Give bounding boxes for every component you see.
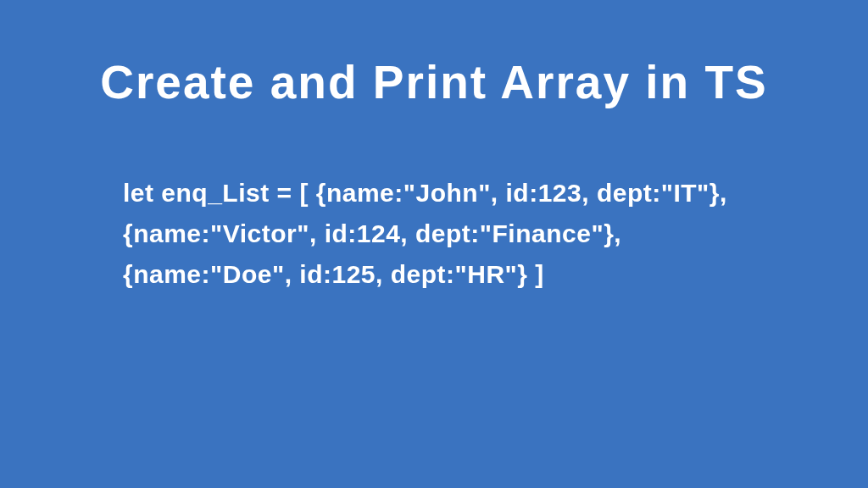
page-title: Create and Print Array in TS bbox=[59, 55, 809, 109]
code-snippet: let enq_List = [ {name:"John", id:123, d… bbox=[59, 173, 809, 295]
